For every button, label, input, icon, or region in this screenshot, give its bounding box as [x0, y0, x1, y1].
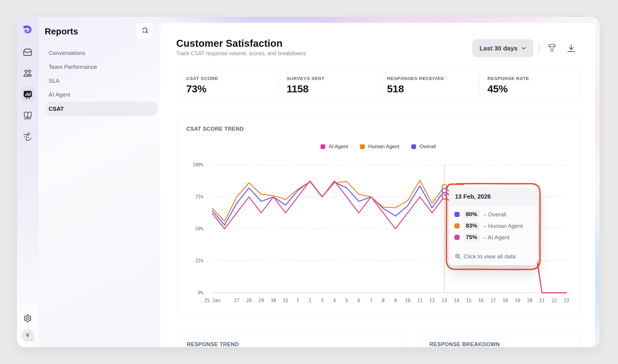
filter-funnel-icon [548, 44, 556, 53]
y-tick-label: 25% [195, 258, 203, 263]
status-dot [31, 339, 34, 342]
nav-item-team-performance[interactable]: Team Performance [45, 60, 158, 74]
x-tick-label: 15 [466, 298, 471, 303]
x-tick-label: 3 [321, 298, 323, 303]
y-tick-label: 75% [195, 194, 203, 200]
response-breakdown-title: RESPONSE BREAKDOWN [429, 341, 579, 347]
tooltip-swatch [454, 235, 460, 240]
filter-button[interactable] [545, 42, 559, 55]
x-tick-label: 1 [296, 298, 299, 303]
nav-item-sla[interactable]: SLA [45, 74, 158, 88]
tooltip-value: 75% [463, 233, 480, 242]
x-tick-label: 13 [441, 298, 447, 303]
x-tick-label: 17 [490, 298, 496, 303]
users-icon [23, 70, 32, 77]
tooltip-row: 80%– Overall [454, 210, 538, 219]
highlight-marker-ai-agent[interactable] [442, 194, 446, 199]
x-tick-label: 27 [234, 298, 239, 303]
kpi-response-rate: RESPONSE RATE 45% [479, 68, 579, 101]
tooltip-row: 83%– Human Agent [454, 222, 538, 230]
download-button[interactable] [565, 42, 578, 55]
x-tick-label: 4 [333, 298, 336, 303]
date-range-button[interactable]: Last 30 days [472, 39, 533, 57]
sidebar-item-customers[interactable] [21, 66, 35, 81]
tooltip-swatch [454, 212, 460, 217]
gear-icon [23, 314, 32, 323]
tooltip-value: 80% [463, 210, 480, 219]
x-tick-label: 22 [551, 298, 557, 303]
sidebar-item-reports[interactable] [21, 87, 35, 102]
x-tick-label: 9 [394, 298, 397, 303]
divider [539, 44, 540, 53]
response-breakdown-card: RESPONSE BREAKDOWN [420, 333, 579, 347]
settings-button[interactable] [21, 311, 35, 325]
ai-search-button[interactable] [136, 22, 154, 40]
tooltip-view-all-link[interactable]: Click to view all data [455, 253, 538, 260]
x-tick-label: 31 [283, 298, 288, 303]
reports-nav: Conversations Team Performance SLA AI Ag… [38, 46, 160, 116]
tooltip-series-name: – Overall [483, 211, 506, 218]
tooltip-row: 75%– AI Agent [454, 233, 538, 242]
csat-trend-card: CSAT SCORE TREND AI AgentHuman AgentOver… [177, 116, 579, 316]
tooltip-series-name: – AI Agent [483, 234, 510, 241]
x-tick-label: 10 [405, 298, 410, 303]
x-tick-label: 2 [308, 298, 311, 303]
tooltip-date: 13 Feb, 2026 [449, 188, 538, 206]
kpi-panel: CSAT SCORE 73% SURVEYS SENT 1158 RESPONS… [177, 67, 579, 101]
sidebar-title: Reports [45, 27, 78, 37]
reports-board-icon [23, 89, 33, 100]
x-tick-label: 14 [454, 298, 459, 303]
kpi-surveys-sent: SURVEYS SENT 1158 [278, 68, 378, 101]
highlight-marker-overall[interactable] [442, 188, 446, 193]
x-tick-label: 25 Jan [204, 298, 220, 303]
tooltip-value: 83% [463, 222, 480, 230]
tooltip-series-name: – Human Agent [483, 223, 523, 229]
x-tick-label: 7 [370, 298, 372, 303]
response-trend-card: RESPONSE TREND [177, 333, 407, 347]
y-tick-label: 0% [198, 290, 203, 295]
x-tick-label: 12 [429, 298, 435, 303]
chart-tooltip: 13 Feb, 2026 80%– Overall83%– Human Agen… [449, 188, 538, 265]
avatar[interactable]: V [21, 329, 34, 342]
divider [454, 248, 530, 248]
x-tick-label: 21 [539, 298, 544, 303]
icon-rail: V [17, 17, 38, 347]
app-window: V Reports Conversations Team Performance… [17, 17, 600, 347]
book-icon [23, 111, 32, 120]
response-trend-title: RESPONSE TREND [187, 341, 406, 347]
y-tick-label: 50% [195, 226, 203, 231]
tooltip-swatch [454, 223, 460, 228]
download-icon [567, 44, 575, 53]
nav-item-ai-agent[interactable]: AI Agent [45, 88, 158, 102]
sidebar-item-knowledge[interactable] [21, 108, 35, 123]
kpi-responses-received: RESPONSES RECEIVED 518 [378, 68, 479, 101]
sidebar-item-automation[interactable] [21, 129, 35, 144]
page-title: Customer Satisfaction [176, 38, 306, 49]
x-tick-label: 28 [246, 298, 251, 303]
y-tick-label: 100% [192, 162, 203, 168]
main-panel: Customer Satisfaction Track CSAT respons… [160, 23, 595, 347]
nav-item-csat[interactable]: CSAT [45, 102, 158, 116]
chevron-down-icon [521, 47, 526, 50]
x-tick-label: 11 [417, 298, 422, 303]
inbox-icon [23, 48, 32, 56]
x-tick-label: 20 [527, 298, 532, 303]
avatar-initial: V [26, 333, 29, 338]
x-tick-label: 6 [357, 298, 360, 303]
x-tick-label: 16 [478, 298, 483, 303]
kpi-csat-score: CSAT SCORE 73% [177, 68, 278, 101]
x-tick-label: 29 [258, 298, 264, 303]
nav-item-conversations[interactable]: Conversations [45, 46, 158, 60]
sidebar-item-inbox[interactable] [21, 45, 35, 59]
vine-icon [24, 133, 32, 141]
page-subtitle: Track CSAT response volume, scores, and … [176, 50, 306, 57]
x-tick-label: 18 [502, 298, 508, 303]
sidebar: Reports Conversations Team Performance S… [38, 17, 160, 347]
x-tick-label: 19 [515, 298, 520, 303]
zoom-in-icon [455, 253, 461, 260]
x-tick-label: 23 [563, 298, 569, 303]
x-tick-label: 8 [382, 298, 384, 303]
app-logo[interactable] [21, 24, 34, 36]
ai-search-icon [141, 27, 149, 35]
x-tick-label: 30 [270, 298, 276, 303]
